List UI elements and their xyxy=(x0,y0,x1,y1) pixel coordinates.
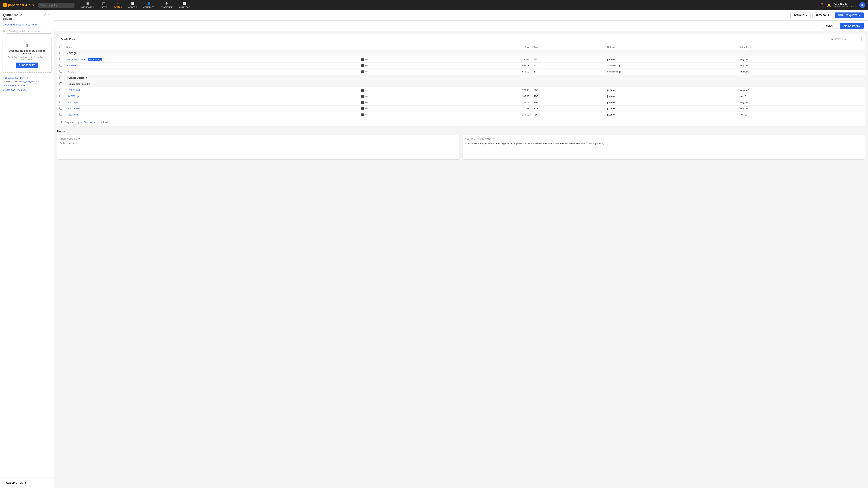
group-checkbox[interactable] xyxy=(60,76,62,79)
file-type: EML xyxy=(531,56,605,63)
sidebar-search: 🔍 xyxy=(0,28,54,35)
select-all-checkbox[interactable] xyxy=(60,45,62,48)
part-search-input[interactable] xyxy=(7,29,51,34)
internal-notes-textarea[interactable] xyxy=(60,142,457,156)
nav-item-orders-label: ORDERS xyxy=(128,6,137,8)
file-preview-icon[interactable]: ⬛ xyxy=(361,89,364,92)
file-more-icon[interactable]: ••• xyxy=(365,70,369,73)
nav-item-parts[interactable]: ◫ PARTS xyxy=(97,0,110,10)
file-more-icon[interactable]: ••• xyxy=(365,101,369,104)
col-name: Name xyxy=(64,44,359,50)
file-name-link[interactable]: Machined.zip xyxy=(66,64,79,67)
file-name-link[interactable]: 7781210.pdf xyxy=(66,113,79,116)
bulk-create-file-link[interactable]: Fwd:_RFQ_2133.eml xyxy=(20,80,39,83)
bulk-create-subtitle: Line items found in Fwd:_RFQ_2133.eml xyxy=(3,80,51,83)
finalize-arrow-icon: ▶ xyxy=(859,14,860,17)
upload-row-text-after: to upload xyxy=(98,121,108,124)
file-preview-icon[interactable]: ⬛ xyxy=(361,70,364,73)
file-checkbox[interactable] xyxy=(60,101,62,103)
nav-item-configure[interactable]: ⚙ CONFIGURE xyxy=(157,0,176,10)
apply-to-all-button[interactable]: APPLY TO ALL xyxy=(840,23,864,29)
analytics-icon: 📈 xyxy=(182,1,186,5)
upload-subtitle: Create line items from quote files or fi… xyxy=(6,56,48,60)
import-historical-link[interactable]: Import historical work xyxy=(3,84,51,87)
logo-text: paperlessPARTS xyxy=(8,3,34,7)
notifications-icon[interactable]: 🔔 xyxy=(827,3,831,7)
file-more-icon[interactable]: ••• xyxy=(365,58,369,61)
file-size: 874 KB xyxy=(447,69,531,75)
nav-item-parts-label: PARTS xyxy=(100,6,107,8)
file-type: PDF xyxy=(531,112,605,118)
configure-icon: ⚙ xyxy=(165,1,168,5)
group-chevron[interactable]: ▼ xyxy=(66,83,68,85)
file-checkbox[interactable] xyxy=(60,95,62,97)
file-preview-icon[interactable]: ⬛ xyxy=(361,101,364,104)
sticky-note-icon[interactable]: 📄 xyxy=(42,13,46,17)
file-checkbox[interactable] xyxy=(60,58,62,60)
quote-title-icons: 📄 ↩ xyxy=(42,13,51,17)
table-row: Machined.zip ⬛ ••• 592 KB ZIP 8 minutes … xyxy=(57,63,865,69)
file-preview-icon[interactable]: ⬛ xyxy=(361,107,364,110)
file-name-link[interactable]: SMP.zip xyxy=(66,70,74,73)
file-search-input[interactable] xyxy=(834,38,860,40)
file-name-link[interactable]: 11200-015.pdf xyxy=(66,89,80,92)
quote-number: Quote #828 xyxy=(3,13,23,17)
file-preview-icon[interactable]: ⬛ xyxy=(361,113,364,116)
finalize-quote-button[interactable]: FINALIZE QUOTE ▶ xyxy=(835,12,864,18)
global-search-input[interactable] xyxy=(38,3,74,8)
actions-button[interactable]: ACTIONS ▼ xyxy=(790,12,810,18)
file-name-link[interactable]: Fwd:_RFQ_2133.eml xyxy=(66,58,87,61)
back-arrow-icon[interactable]: ↩ xyxy=(48,13,51,17)
group-checkbox[interactable] xyxy=(60,52,62,54)
choose-files-link[interactable]: Choose files xyxy=(84,121,97,124)
file-preview-icon[interactable]: ⬛ xyxy=(361,95,364,98)
nav-item-orders[interactable]: 📋 ORDERS xyxy=(125,0,140,10)
sidebar-links: Bulk create line items ✦ Line items foun… xyxy=(0,75,54,93)
logo-icon xyxy=(3,3,7,7)
group-checkbox[interactable] xyxy=(60,83,62,85)
nav-item-quotes[interactable]: $ QUOTES xyxy=(110,0,125,10)
file-name-link[interactable]: 2AX70001.pdf xyxy=(66,95,80,98)
file-checkbox[interactable] xyxy=(60,107,62,109)
file-size: 592 KB xyxy=(447,63,531,69)
quote-title: Quote #828 📄 ↩ xyxy=(3,13,51,17)
bulk-create-line-items[interactable]: Bulk create line items ✦ xyxy=(3,77,51,79)
create-blank-link[interactable]: Create blank line item xyxy=(3,88,51,92)
nav-item-contacts[interactable]: 👤 CONTACTS xyxy=(140,0,157,10)
file-uploaded: 8 minutes ago xyxy=(605,63,737,69)
file-more-icon[interactable]: ••• xyxy=(365,95,369,98)
file-more-icon[interactable]: ••• xyxy=(365,64,369,67)
file-uploaded-by: John S. xyxy=(737,93,865,99)
file-preview-icon[interactable]: ⬛ xyxy=(361,58,364,61)
file-more-icon[interactable]: ••• xyxy=(365,89,369,92)
clear-button[interactable]: CLEAR xyxy=(822,23,838,29)
file-uploaded: just now xyxy=(605,99,737,105)
nav-item-dashboard[interactable]: ⊞ DASHBOARD xyxy=(78,0,97,10)
file-uploaded-by: Morgan C. xyxy=(737,63,865,69)
file-size: 2 MB xyxy=(447,105,531,112)
file-preview-icon[interactable]: ⬛ xyxy=(361,64,364,67)
help-icon[interactable]: ❓ xyxy=(820,3,824,7)
preview-button[interactable]: PREVIEW 👁 xyxy=(812,12,833,18)
file-checkbox[interactable] xyxy=(60,113,62,116)
file-more-icon[interactable]: ••• xyxy=(365,107,369,110)
created-from-link[interactable]: Created from Fwd:_RFQ_2133.eml xyxy=(0,22,54,28)
nav-item-analytics[interactable]: 📈 ANALYTICS xyxy=(176,0,193,10)
file-name-link[interactable]: 3601215.STEP xyxy=(66,107,81,110)
file-checkbox[interactable] xyxy=(60,70,62,73)
file-checkbox[interactable] xyxy=(60,89,62,91)
group-chevron[interactable]: ▼ xyxy=(66,77,68,79)
add-line-item-button[interactable]: ADD LINE ITEM ▼ xyxy=(3,480,30,486)
file-actions: ⬛ ••• xyxy=(361,107,445,110)
file-actions: ⬛ ••• xyxy=(361,95,445,98)
file-checkbox[interactable] xyxy=(60,64,62,66)
orders-icon: 📋 xyxy=(130,1,134,5)
group-chevron[interactable]: ▼ xyxy=(66,53,68,55)
main-content: ACTIONS ▼ PREVIEW 👁 FINALIZE QUOTE ▶ CLE… xyxy=(54,10,868,488)
file-name-link[interactable]: 3601215.pdf xyxy=(66,101,79,104)
file-more-icon[interactable]: ••• xyxy=(365,113,369,116)
nav-items: ⊞ DASHBOARD ◫ PARTS $ QUOTES 📋 ORDERS 👤 … xyxy=(78,0,193,10)
choose-files-button[interactable]: CHOOSE FILES xyxy=(16,63,38,68)
file-uploaded-by: Morgan C. xyxy=(737,99,865,105)
notes-grid: INTERNAL NOTES 👁 CUSTOMER-FACING NOTES 👁… xyxy=(57,135,865,160)
